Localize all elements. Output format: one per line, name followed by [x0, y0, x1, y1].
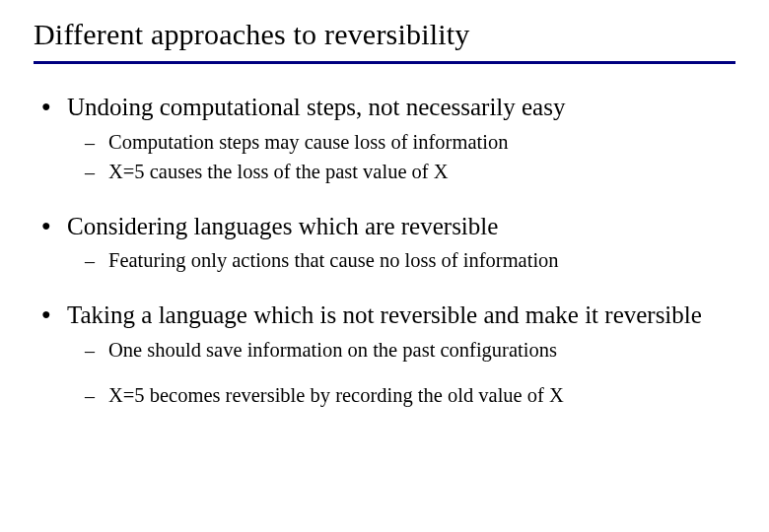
- bullet-dash-icon: –: [85, 338, 108, 364]
- sub-item-text: X=5 causes the loss of the past value of…: [108, 160, 449, 185]
- bullet-dot-icon: ●: [39, 92, 67, 121]
- list-item: – One should save information on the pas…: [85, 338, 735, 364]
- list-item-text: Considering languages which are reversib…: [67, 211, 498, 243]
- slide-title: Different approaches to reversibility: [34, 18, 735, 64]
- list-item-text: Taking a language which is not reversibl…: [67, 299, 702, 332]
- list-item: – X=5 causes the loss of the past value …: [85, 160, 735, 185]
- list-item: ● Undoing computational steps, not neces…: [39, 92, 735, 124]
- bullet-dot-icon: ●: [39, 299, 67, 329]
- bullet-dash-icon: –: [85, 383, 108, 409]
- slide-content: ● Undoing computational steps, not neces…: [34, 92, 735, 409]
- sub-item-text: Featuring only actions that cause no los…: [108, 248, 559, 274]
- sublist: – One should save information on the pas…: [85, 338, 735, 409]
- sublist: – Featuring only actions that cause no l…: [85, 248, 735, 274]
- sub-item-text: One should save information on the past …: [108, 338, 557, 364]
- sublist: – Computation steps may cause loss of in…: [85, 130, 735, 185]
- sub-item-text: Computation steps may cause loss of info…: [108, 130, 508, 156]
- list-item: – Featuring only actions that cause no l…: [85, 248, 735, 274]
- sub-item-text: X=5 becomes reversible by recording the …: [108, 383, 564, 409]
- list-item: ● Taking a language which is not reversi…: [39, 299, 735, 332]
- bullet-dash-icon: –: [85, 160, 108, 185]
- list-item: – Computation steps may cause loss of in…: [85, 130, 735, 156]
- list-item: – X=5 becomes reversible by recording th…: [85, 383, 735, 409]
- list-item-text: Undoing computational steps, not necessa…: [67, 92, 565, 124]
- bullet-dash-icon: –: [85, 248, 108, 274]
- bullet-dot-icon: ●: [39, 211, 67, 240]
- list-item: ● Considering languages which are revers…: [39, 211, 735, 243]
- bullet-dash-icon: –: [85, 130, 108, 156]
- slide: Different approaches to reversibility ● …: [0, 0, 769, 532]
